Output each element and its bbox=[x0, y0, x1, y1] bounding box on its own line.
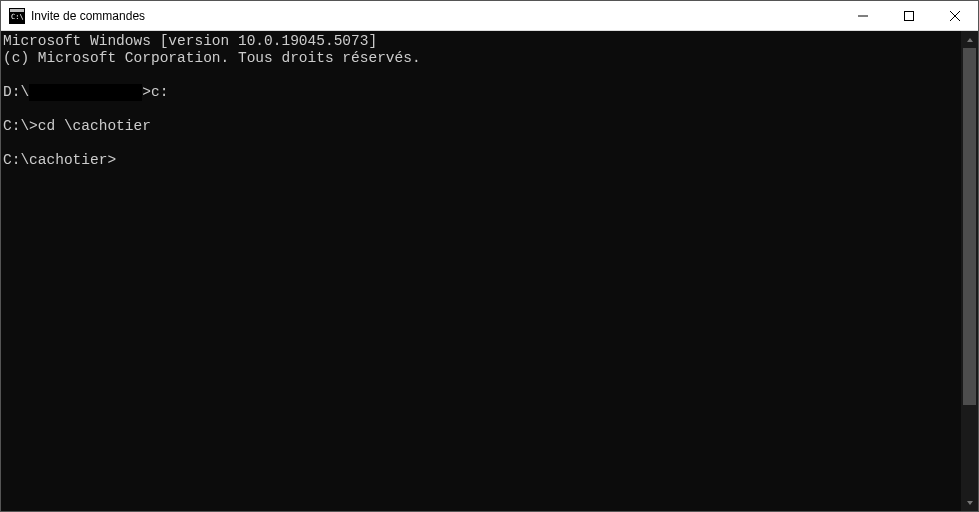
terminal-output[interactable]: Microsoft Windows [version 10.0.19045.50… bbox=[1, 31, 961, 511]
command-prompt-window: C:\ Invite de commandes Microsoft Window… bbox=[0, 0, 979, 512]
cmd-icon: C:\ bbox=[9, 8, 25, 24]
maximize-button[interactable] bbox=[886, 1, 932, 30]
scrollbar-track[interactable] bbox=[961, 48, 978, 494]
terminal-line: (c) Microsoft Corporation. Tous droits r… bbox=[3, 50, 961, 67]
command-text: >c: bbox=[142, 84, 168, 100]
terminal-line: D:\ >c: bbox=[3, 84, 961, 101]
terminal-line: C:\>cd \cachotier bbox=[3, 118, 961, 135]
svg-text:C:\: C:\ bbox=[11, 13, 24, 21]
minimize-button[interactable] bbox=[840, 1, 886, 30]
scroll-up-arrow[interactable] bbox=[961, 31, 978, 48]
titlebar[interactable]: C:\ Invite de commandes bbox=[1, 1, 978, 31]
vertical-scrollbar[interactable] bbox=[961, 31, 978, 511]
terminal-line: Microsoft Windows [version 10.0.19045.50… bbox=[3, 33, 961, 50]
redacted-text bbox=[29, 84, 142, 101]
terminal-line bbox=[3, 67, 961, 84]
prompt-prefix: D:\ bbox=[3, 84, 29, 100]
terminal-line bbox=[3, 135, 961, 152]
terminal-area: Microsoft Windows [version 10.0.19045.50… bbox=[1, 31, 978, 511]
scroll-down-arrow[interactable] bbox=[961, 494, 978, 511]
terminal-line: C:\cachotier> bbox=[3, 152, 961, 169]
window-title: Invite de commandes bbox=[31, 9, 840, 23]
svg-rect-4 bbox=[905, 11, 914, 20]
window-controls bbox=[840, 1, 978, 30]
svg-rect-1 bbox=[10, 9, 24, 12]
scrollbar-thumb[interactable] bbox=[963, 48, 976, 405]
terminal-line bbox=[3, 101, 961, 118]
close-button[interactable] bbox=[932, 1, 978, 30]
